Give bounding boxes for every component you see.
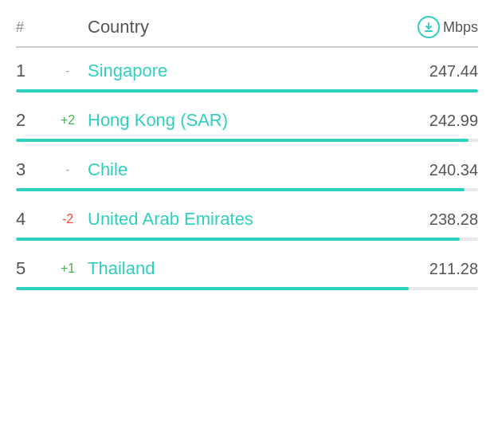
rank-change: - bbox=[48, 64, 88, 78]
rows-container: 1 - Singapore 247.44 2 +2 Hong Kong (SAR… bbox=[16, 48, 478, 295]
speed-value: 211.28 bbox=[398, 260, 478, 278]
table-row: 4 -2 United Arab Emirates 238.28 bbox=[16, 196, 478, 246]
speed-value: 247.44 bbox=[398, 62, 478, 81]
progress-bar bbox=[16, 287, 409, 290]
download-icon bbox=[418, 16, 440, 38]
rank-change: - bbox=[48, 163, 88, 177]
progress-bar-container bbox=[16, 238, 478, 241]
rank-change: -2 bbox=[48, 212, 88, 226]
speed-table: # Country Mbps 1 - Singapore 247.44 bbox=[0, 0, 494, 311]
country-name: United Arab Emirates bbox=[88, 209, 398, 230]
progress-bar-container bbox=[16, 188, 478, 191]
progress-bar-container bbox=[16, 287, 478, 290]
table-header: # Country Mbps bbox=[16, 8, 478, 48]
progress-bar bbox=[16, 188, 465, 191]
speed-value: 238.28 bbox=[398, 210, 478, 229]
country-name: Hong Kong (SAR) bbox=[88, 110, 398, 131]
header-rank: # bbox=[16, 19, 48, 36]
table-row: 5 +1 Thailand 211.28 bbox=[16, 246, 478, 295]
country-name: Chile bbox=[88, 159, 398, 180]
progress-bar-container bbox=[16, 139, 478, 142]
country-name: Singapore bbox=[88, 61, 398, 81]
rank-number: 4 bbox=[16, 209, 48, 230]
table-row: 1 - Singapore 247.44 bbox=[16, 48, 478, 97]
country-name: Thailand bbox=[88, 258, 398, 279]
table-row: 3 - Chile 240.34 bbox=[16, 147, 478, 196]
progress-bar-container bbox=[16, 89, 478, 92]
rank-number: 3 bbox=[16, 159, 48, 180]
speed-value: 240.34 bbox=[398, 161, 478, 179]
progress-bar bbox=[16, 238, 460, 241]
rank-change: +2 bbox=[48, 113, 88, 128]
rank-number: 2 bbox=[16, 110, 48, 131]
rank-number: 5 bbox=[16, 258, 48, 279]
progress-bar bbox=[16, 89, 478, 92]
speed-value: 242.99 bbox=[398, 112, 478, 130]
table-row: 2 +2 Hong Kong (SAR) 242.99 bbox=[16, 97, 478, 147]
header-speed: Mbps bbox=[398, 16, 478, 38]
speed-header-label: Mbps bbox=[443, 19, 478, 36]
rank-change: +1 bbox=[48, 261, 88, 276]
progress-bar bbox=[16, 139, 469, 142]
header-country: Country bbox=[88, 17, 398, 37]
rank-number: 1 bbox=[16, 61, 48, 81]
